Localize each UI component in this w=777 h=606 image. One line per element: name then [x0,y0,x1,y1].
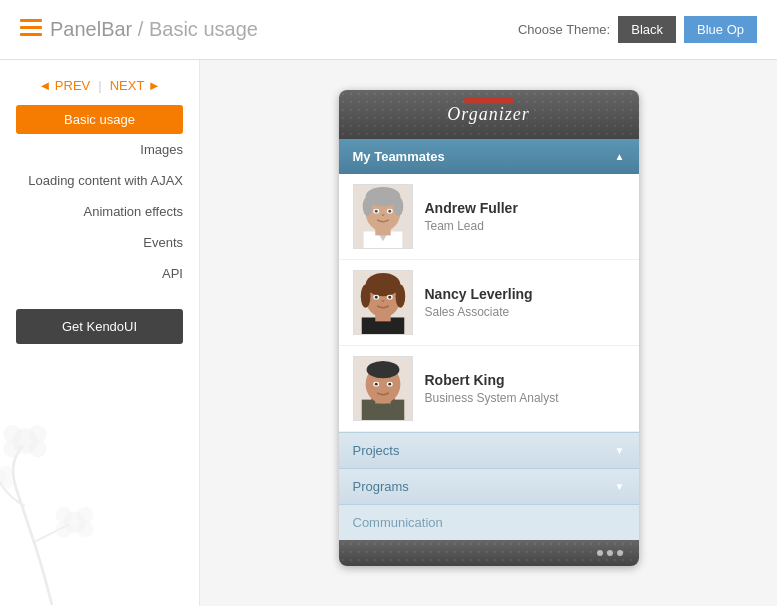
svg-point-39 [395,285,405,308]
teammate-robert-name: Robert King [425,372,559,388]
sidebar-item-api[interactable]: API [0,258,199,289]
sidebar: ◄ PREV | NEXT ► Basic usage Images Loadi… [0,60,200,606]
prev-link[interactable]: ◄ PREV [38,78,90,93]
svg-point-43 [388,296,391,299]
teammate-andrew-info: Andrew Fuller Team Lead [425,200,518,233]
my-teammates-chevron: ▲ [615,151,625,162]
svg-point-37 [365,273,400,296]
teammate-andrew-name: Andrew Fuller [425,200,518,216]
theme-blue-button[interactable]: Blue Op [684,16,757,43]
page-title: PanelBar / Basic usage [50,18,258,41]
svg-rect-0 [20,19,42,22]
teammate-andrew: Andrew Fuller Team Lead [339,174,639,260]
svg-point-31 [374,210,377,213]
footer-dot-1 [597,550,603,556]
app-name: PanelBar [50,18,132,40]
svg-point-52 [374,383,377,386]
svg-point-27 [362,197,372,216]
footer-dot-2 [607,550,613,556]
teammate-nancy-role: Sales Associate [425,305,533,319]
avatar-nancy [353,270,413,335]
organizer-footer [339,540,639,566]
theme-label: Choose Theme: [518,22,610,37]
my-teammates-label: My Teammates [353,149,445,164]
communication-label: Communication [353,515,443,530]
svg-point-42 [374,296,377,299]
projects-label: Projects [353,443,400,458]
sidebar-items: Basic usage Images Loading content with … [0,105,199,289]
avatar-andrew [353,184,413,249]
theme-black-button[interactable]: Black [618,16,676,43]
svg-point-6 [3,439,21,457]
svg-rect-2 [20,33,42,36]
svg-point-10 [56,507,72,523]
svg-point-11 [77,507,93,523]
svg-point-8 [20,436,31,447]
teammate-robert-info: Robert King Business System Analyst [425,372,559,405]
sidebar-cta: Get KendoUI [16,309,183,344]
communication-header[interactable]: Communication [339,504,639,540]
layout: ◄ PREV | NEXT ► Basic usage Images Loadi… [0,60,777,606]
svg-rect-1 [20,26,42,29]
svg-point-13 [77,521,93,537]
red-bar [464,98,514,103]
sidebar-item-animation[interactable]: Animation effects [0,196,199,227]
avatar-robert [353,356,413,421]
sidebar-item-images[interactable]: Images [0,134,199,165]
teammates-list: Andrew Fuller Team Lead [339,174,639,432]
sidebar-item-events[interactable]: Events [0,227,199,258]
programs-header[interactable]: Programs ▼ [339,468,639,504]
teammate-robert: Robert King Business System Analyst [339,346,639,432]
projects-header[interactable]: Projects ▼ [339,432,639,468]
logo: PanelBar / Basic usage [20,18,258,41]
svg-point-17 [0,466,12,479]
my-teammates-header[interactable]: My Teammates ▲ [339,139,639,174]
svg-point-14 [70,518,79,527]
organizer-title: Organizer [355,104,623,125]
footer-dot-3 [617,550,623,556]
teammate-nancy-info: Nancy Leverling Sales Associate [425,286,533,319]
teammate-robert-role: Business System Analyst [425,391,559,405]
theme-chooser: Choose Theme: Black Blue Op [518,16,757,43]
sidebar-item-ajax[interactable]: Loading content with AJAX [0,165,199,196]
programs-chevron: ▼ [615,481,625,492]
teammate-andrew-role: Team Lead [425,219,518,233]
svg-point-19 [0,476,12,489]
teammate-nancy-name: Nancy Leverling [425,286,533,302]
svg-point-7 [29,439,47,457]
next-link[interactable]: NEXT ► [110,78,161,93]
organizer-header: Organizer [339,90,639,139]
page-subtitle: / Basic usage [138,18,258,40]
svg-point-28 [393,197,403,216]
get-kendoui-button[interactable]: Get KendoUI [16,309,183,344]
svg-point-12 [56,521,72,537]
sidebar-nav: ◄ PREV | NEXT ► [0,70,199,105]
projects-chevron: ▼ [615,445,625,456]
header: PanelBar / Basic usage Choose Theme: Bla… [0,0,777,60]
svg-point-38 [360,285,370,308]
menu-icon [20,19,42,40]
organizer-panel: Organizer My Teammates ▲ [339,90,639,566]
teammate-nancy: Nancy Leverling Sales Associate [339,260,639,346]
svg-point-49 [366,361,399,378]
svg-point-32 [388,210,391,213]
flower-decoration [0,406,160,606]
sidebar-item-basic-usage[interactable]: Basic usage [16,105,183,134]
programs-label: Programs [353,479,409,494]
svg-point-53 [388,383,391,386]
nav-separator: | [98,78,101,93]
main-content: Organizer My Teammates ▲ [200,60,777,606]
